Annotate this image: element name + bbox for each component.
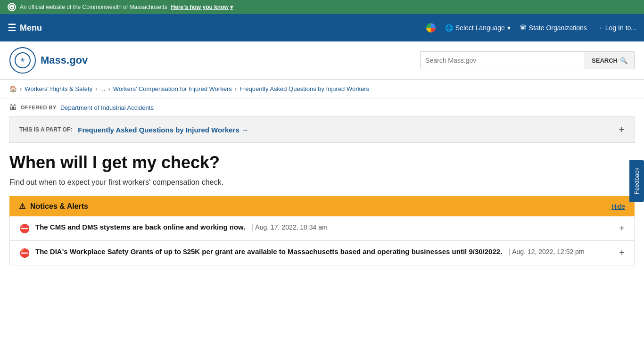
notice-item: ⛔ The DIA's Workplace Safety Grants of u… [9,241,635,265]
notice-item-content: ⛔ The CMS and DMS stystems are back onli… [19,223,614,234]
notice-text-area: The CMS and DMS stystems are back online… [35,223,328,231]
nav-bar: ☰ Menu 🌐 Select Language ▾ 🏛 State Organ… [0,14,644,41]
notice-item: ⛔ The CMS and DMS stystems are back onli… [9,216,635,241]
notice-date: | Aug. 12, 2022, 12:52 pm [509,248,584,255]
notice-item-content: ⛔ The DIA's Workplace Safety Grants of u… [19,247,614,258]
login-link[interactable]: → Log In to... [596,24,636,32]
hamburger-icon: ☰ [8,22,16,33]
error-icon: ⛔ [19,248,30,258]
feedback-tab[interactable]: Feedback [629,160,644,202]
chevron-down-icon: ▾ [507,24,511,32]
part-of-link[interactable]: Frequently Asked Questions by Injured Wo… [78,126,248,134]
error-icon: ⛔ [19,223,30,234]
svg-text:★: ★ [10,6,13,9]
notice-text-area: The DIA's Workplace Safety Grants of up … [35,247,585,255]
notices-header[interactable]: ⚠ Notices & Alerts Hide [9,196,635,216]
notice-text: The CMS and DMS stystems are back online… [35,223,248,231]
search-area: SEARCH 🔍 [420,51,635,69]
offered-by-section: 🏛 OFFERED BY Department of Industrial Ac… [0,99,644,116]
expand-icon: + [619,123,625,136]
breadcrumb-separator: › [95,85,97,92]
search-input[interactable] [420,51,585,69]
breadcrumb-separator: › [20,85,22,92]
notice-expand-button[interactable]: + [619,247,625,258]
part-of-label: THIS IS A PART OF: [19,126,72,133]
hide-notices-button[interactable]: Hide [611,203,625,210]
top-bar: ★ An official website of the Commonwealt… [0,0,644,14]
notice-date: | Aug. 17, 2022, 10:34 am [252,223,328,231]
state-organizations-link[interactable]: 🏛 State Organizations [520,24,587,32]
breadcrumb: 🏠 › Workers' Rights & Safety › ... › Wor… [0,80,644,99]
notice-text: The DIA's Workplace Safety Grants of up … [35,247,504,255]
person-icon: → [596,24,603,32]
breadcrumb-workers-comp[interactable]: Workers' Compensation for Injured Worker… [113,85,232,92]
feedback-tab-wrapper: Feedback [629,160,644,202]
part-of-inner: THIS IS A PART OF: Frequently Asked Ques… [19,126,248,134]
breadcrumb-ellipsis[interactable]: ... [100,85,106,92]
massachusetts-seal-icon: ★ [8,3,16,11]
menu-button[interactable]: ☰ Menu [8,22,42,33]
main-content: When will I get my check? Find out when … [0,143,644,265]
search-button[interactable]: SEARCH 🔍 [585,51,635,69]
agency-building-icon: 🏛 [9,103,17,112]
building-nav-icon: 🏛 [520,24,527,32]
part-of-banner[interactable]: THIS IS A PART OF: Frequently Asked Ques… [9,116,635,143]
warning-triangle-icon: ⚠ [19,202,25,211]
breadcrumb-separator: › [235,85,237,92]
seal-logo-icon: ⚜ [9,47,36,74]
breadcrumb-faq[interactable]: Frequently Asked Questions by Injured Wo… [239,85,369,92]
select-language-button[interactable]: 🌐 Select Language ▾ [445,24,511,32]
chevron-down-icon: ▾ [230,4,233,10]
site-header: ⚜ Mass.gov SEARCH 🔍 [0,41,644,80]
site-logo[interactable]: ⚜ Mass.gov [9,47,88,74]
notices-title: ⚠ Notices & Alerts [19,202,88,211]
svg-text:⚜: ⚜ [20,57,25,64]
page-title: When will I get my check? [9,152,635,173]
notice-expand-button[interactable]: + [619,223,625,234]
breadcrumb-home[interactable]: 🏠 [9,85,17,92]
official-text: An official website of the Commonwealth … [20,4,167,10]
breadcrumb-separator: › [108,85,110,92]
breadcrumb-workers-rights[interactable]: Workers' Rights & Safety [25,85,92,92]
page-subtitle: Find out when to expect your first worke… [9,178,635,187]
google-translate-icon [426,23,436,33]
heres-how-you-know-button[interactable]: Here's how you know ▾ [171,4,233,10]
offered-by-label: OFFERED BY [21,105,57,110]
globe-icon: 🌐 [445,24,453,32]
arrow-icon: → [241,126,248,134]
site-name: Mass.gov [41,54,88,66]
nav-right: 🌐 Select Language ▾ 🏛 State Organization… [426,23,636,33]
search-icon: 🔍 [620,57,627,64]
notices-section: ⚠ Notices & Alerts Hide ⛔ The CMS and DM… [9,196,635,265]
agency-link[interactable]: Department of Industrial Accidents [60,104,154,111]
